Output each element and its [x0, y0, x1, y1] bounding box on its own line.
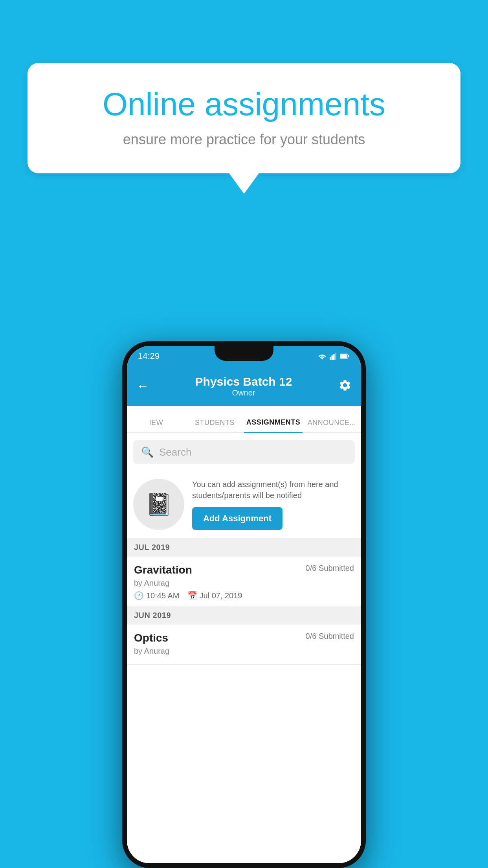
- gear-icon: [338, 379, 352, 392]
- clock-icon: 🕐: [134, 591, 144, 600]
- add-assignment-button[interactable]: Add Assignment: [192, 507, 283, 530]
- tab-iew[interactable]: IEW: [127, 419, 185, 432]
- assignment-by-optics: by Anurag: [134, 647, 354, 656]
- tab-announcements[interactable]: ANNOUNCE...: [303, 419, 361, 432]
- search-bar[interactable]: 🔍 Search: [133, 440, 355, 464]
- meta-date: 📅 Jul 07, 2019: [187, 591, 242, 600]
- assignment-item-optics[interactable]: Optics 0/6 Submitted by Anurag: [127, 625, 361, 665]
- battery-icon: [340, 353, 350, 359]
- meta-time: 🕐 10:45 AM: [134, 591, 180, 600]
- header-title: Physics Batch 12: [195, 375, 292, 388]
- back-button[interactable]: ←: [136, 379, 149, 394]
- tab-assignments[interactable]: ASSIGNMENTS: [244, 418, 303, 433]
- settings-button[interactable]: [338, 379, 352, 394]
- status-time: 14:29: [138, 351, 160, 361]
- speech-bubble-section: Online assignments ensure more practice …: [28, 63, 460, 173]
- svg-rect-0: [330, 357, 331, 360]
- section-header-jul: JUL 2019: [127, 538, 361, 557]
- header-subtitle: Owner: [195, 388, 292, 397]
- app-header: ← Physics Batch 12 Owner: [127, 366, 361, 406]
- content-area: 🔍 Search 📓 You can add assignment(s) fro…: [127, 433, 361, 863]
- assignment-date: Jul 07, 2019: [200, 591, 242, 600]
- header-title-block: Physics Batch 12 Owner: [195, 375, 292, 397]
- search-placeholder: Search: [159, 446, 191, 458]
- assignment-name-optics: Optics: [134, 632, 168, 644]
- promo-text-block: You can add assignment(s) from here and …: [192, 479, 355, 530]
- promo-section: 📓 You can add assignment(s) from here an…: [127, 471, 361, 538]
- assignment-submitted: 0/6 Submitted: [306, 564, 354, 573]
- calendar-icon: 📅: [187, 591, 197, 600]
- notebook-icon: 📓: [145, 492, 172, 517]
- svg-rect-1: [332, 355, 333, 360]
- signal-icon: [330, 353, 337, 360]
- assignment-meta: 🕐 10:45 AM 📅 Jul 07, 2019: [134, 591, 354, 600]
- assignment-by: by Anurag: [134, 579, 354, 588]
- assignment-submitted-optics: 0/6 Submitted: [306, 632, 354, 641]
- tab-bar: IEW STUDENTS ASSIGNMENTS ANNOUNCE...: [127, 406, 361, 433]
- assignment-name: Gravitation: [134, 564, 192, 576]
- assignment-time: 10:45 AM: [146, 591, 180, 600]
- speech-bubble: Online assignments ensure more practice …: [28, 63, 460, 173]
- svg-rect-6: [340, 354, 347, 358]
- bubble-subtitle: ensure more practice for your students: [55, 131, 433, 148]
- promo-icon-circle: 📓: [133, 479, 184, 530]
- search-icon: 🔍: [141, 446, 154, 458]
- svg-rect-5: [348, 355, 349, 357]
- assignment-row1-optics: Optics 0/6 Submitted: [134, 632, 354, 644]
- phone-screen: 14:29: [127, 346, 361, 863]
- phone-frame: 14:29: [122, 341, 366, 868]
- svg-rect-3: [335, 353, 337, 360]
- promo-description: You can add assignment(s) from here and …: [192, 479, 355, 501]
- assignment-row1: Gravitation 0/6 Submitted: [134, 564, 354, 576]
- bubble-title: Online assignments: [55, 86, 433, 122]
- tab-students[interactable]: STUDENTS: [185, 419, 244, 432]
- phone-notch: [215, 346, 273, 361]
- svg-rect-2: [333, 354, 335, 360]
- status-icons: [318, 353, 350, 360]
- assignment-item-gravitation[interactable]: Gravitation 0/6 Submitted by Anurag 🕐 10…: [127, 557, 361, 606]
- wifi-icon: [318, 353, 327, 360]
- section-header-jun: JUN 2019: [127, 606, 361, 625]
